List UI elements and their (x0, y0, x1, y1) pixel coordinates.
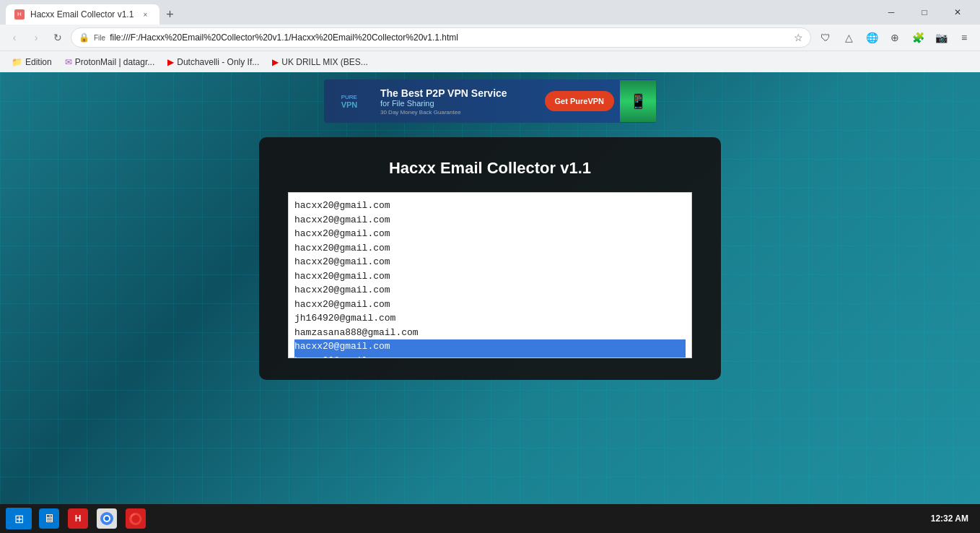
screenshot-icon[interactable]: 📷 (931, 27, 951, 48)
page-content: PURE VPN The Best P2P VPN Service for Fi… (0, 72, 980, 533)
ad-logo-vpn-text: PURE (341, 94, 358, 100)
toolbar-icons: 🛡 △ 🌐 ⊕ 🧩 📷 ≡ (815, 27, 974, 48)
tab-close-button[interactable]: × (139, 9, 151, 20)
shield-icon[interactable]: 🛡 (815, 27, 836, 48)
address-input-wrap[interactable]: 🔒 File file:///F:/Hacxx%20Email%20Collec… (71, 27, 811, 48)
window-controls: ─ □ ✕ (875, 0, 974, 25)
address-bar: ‹ › ↻ 🔒 File file:///F:/Hacxx%20Email%20… (0, 25, 980, 51)
tab-bar: H Hacxx Email Collector v1.1 × + (6, 0, 872, 25)
bookmark-edition[interactable]: 📁 Edition (6, 55, 58, 69)
file-label: File (94, 34, 105, 42)
ad-banner[interactable]: PURE VPN The Best P2P VPN Service for Fi… (324, 79, 656, 123)
ad-subtext: for File Sharing (380, 99, 533, 108)
browser-title-bar: H Hacxx Email Collector v1.1 × + ─ □ ✕ (0, 0, 980, 25)
tab-favicon: H (14, 9, 25, 20)
back-button[interactable]: ‹ (6, 29, 23, 46)
ad-headline: The Best P2P VPN Service (380, 87, 533, 99)
taskbar-icon-hacxx: H (68, 508, 88, 529)
alert-icon[interactable]: △ (839, 27, 859, 48)
extensions-icon[interactable]: 🧩 (908, 27, 928, 48)
taskbar-icon-desktop: 🖥 (39, 508, 59, 529)
taskbar-icon-app2: ⭕ (126, 508, 146, 529)
ad-small-text: 30 Day Money Back Guarantee (380, 109, 533, 116)
email-line: hacxx20@gmail.com (294, 298, 686, 312)
taskbar-item-app2[interactable]: ⭕ (123, 506, 149, 532)
email-line: hacxx20@gmail.com (294, 241, 686, 256)
email-line: hacxx20@gmail.com (294, 269, 686, 284)
maximize-button[interactable]: □ (908, 0, 941, 25)
puzzle-icon[interactable]: ⊕ (885, 27, 905, 48)
taskbar-time: 12:32 AM (931, 514, 968, 524)
email-line: hacxx20@gmail.com (294, 255, 686, 269)
ad-phone-image: 📱 (620, 80, 656, 122)
taskbar-item-desktop[interactable]: 🖥 (36, 506, 62, 532)
bookmark-dutchavelli-label: Dutchavelli - Only If... (177, 57, 259, 67)
email-line: hacxx20@gmail.com (294, 339, 686, 354)
email-line: hacxx20@gmail.com (294, 213, 686, 228)
forward-button[interactable]: › (27, 29, 45, 46)
email-line: jh164920@gmail.com (294, 311, 686, 326)
minimize-button[interactable]: ─ (875, 0, 908, 25)
app-title: Hacxx Email Collector v1.1 (288, 159, 692, 178)
taskbar-clock: 12:32 AM (931, 514, 974, 524)
taskbar-icon-chrome (97, 508, 117, 529)
bookmark-edition-label: Edition (25, 57, 52, 67)
bookmark-protonmail-label: ProtonMail | datagr... (75, 57, 155, 67)
taskbar-item-chrome[interactable] (94, 506, 120, 532)
refresh-button[interactable]: ↻ (49, 29, 66, 46)
bookmarks-bar: 📁 Edition ✉ ProtonMail | datagr... ▶ Dut… (0, 51, 980, 72)
bookmark-icon[interactable]: ☆ (794, 32, 803, 43)
url-display[interactable]: file:///F:/Hacxx%20Email%20Collector%20v… (110, 32, 789, 43)
start-button[interactable]: ⊞ (6, 508, 32, 529)
ad-logo: PURE VPN (324, 88, 375, 115)
active-tab[interactable]: H Hacxx Email Collector v1.1 × (6, 4, 159, 25)
close-button[interactable]: ✕ (941, 0, 974, 25)
security-icon: 🔒 (79, 32, 89, 43)
email-line: hacxx20@gmail.com (294, 283, 686, 298)
taskbar-item-hacxx[interactable]: H (65, 506, 91, 532)
translate-icon[interactable]: 🌐 (862, 27, 882, 48)
email-line: hacxx20@gmail.com (294, 227, 686, 241)
ad-cta-button[interactable]: Get PureVPN (545, 91, 614, 111)
email-line: hamzasana888@gmail.com (294, 326, 686, 340)
svg-point-2 (105, 516, 109, 521)
app-panel: Hacxx Email Collector v1.1 hacxx20@gmail… (259, 137, 721, 380)
taskbar: ⊞ 🖥 H ⭕ 12:32 AM (0, 504, 980, 533)
email-line: hacxx20@gmail.com (294, 199, 686, 213)
bookmark-dutchavelli[interactable]: ▶ Dutchavelli - Only If... (162, 55, 265, 69)
bookmark-ukdrill[interactable]: ▶ UK DRILL MIX (BES... (266, 55, 374, 69)
email-line: hacxx20@gmail.com (294, 354, 686, 359)
email-list-display[interactable]: hacxx20@gmail.com hacxx20@gmail.com hacx… (288, 192, 692, 358)
new-tab-button[interactable]: + (159, 4, 180, 25)
tab-title: Hacxx Email Collector v1.1 (30, 9, 134, 20)
bookmark-protonmail[interactable]: ✉ ProtonMail | datagr... (59, 55, 161, 69)
menu-icon[interactable]: ≡ (954, 27, 974, 48)
ad-text-area: The Best P2P VPN Service for File Sharin… (375, 84, 539, 118)
bookmark-ukdrill-label: UK DRILL MIX (BES... (281, 57, 368, 67)
ad-logo-main-text: VPN (341, 100, 358, 109)
